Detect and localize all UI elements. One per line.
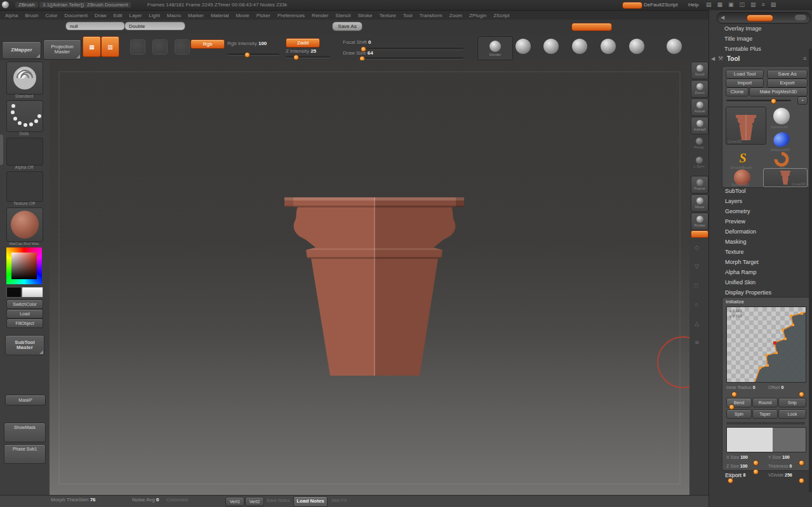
panel-scrollbar[interactable] — [809, 48, 812, 492]
canvas-viewport[interactable] — [50, 60, 689, 495]
panel-back-icon[interactable]: ◀ — [721, 15, 724, 20]
init-slider-b[interactable]: Offset 0 — [768, 385, 783, 390]
export-button[interactable]: Export — [767, 79, 808, 88]
init-knob[interactable] — [799, 392, 804, 397]
axis-icon[interactable]: □ — [695, 282, 698, 289]
section-geometry[interactable]: Geometry — [725, 208, 750, 214]
rgb-intensity-knob[interactable] — [244, 52, 250, 58]
recent-tool-ellipsoid[interactable] — [771, 130, 792, 150]
shelf-sphere-button[interactable] — [516, 39, 531, 54]
shelf-sphere-button[interactable] — [601, 39, 616, 54]
panel-menu-turntable-plus[interactable]: Turntable Plus — [724, 46, 761, 52]
z-intensity-knob[interactable] — [293, 55, 299, 60]
section-export[interactable]: Export — [725, 472, 742, 478]
axis-icon[interactable]: ◇ — [695, 244, 699, 251]
window-icon[interactable]: ≡ — [762, 1, 765, 8]
section-unified-skin[interactable]: Unified Skin — [725, 279, 755, 286]
panel-collapse-arrow[interactable]: ◀ — [711, 56, 715, 62]
init-knob[interactable] — [799, 478, 804, 484]
menu-item-render[interactable]: Render — [312, 13, 328, 18]
axis-icon[interactable]: △ — [695, 320, 699, 327]
section-alpha-ramp[interactable]: Alpha Ramp — [725, 269, 757, 275]
init-slider-a[interactable]: Inner Radius 0 — [726, 385, 755, 390]
window-icon[interactable]: ▤ — [706, 1, 712, 8]
macro-button-1[interactable]: MaskP — [5, 395, 46, 405]
selected-tool-thumbnail[interactable]: Cone3D — [763, 168, 808, 187]
thickness-slider[interactable]: Thickness 0 — [768, 464, 792, 468]
section-preview[interactable]: Preview — [725, 218, 745, 225]
menu-item-stencil[interactable]: Stencil — [335, 13, 350, 18]
focal-shift-slider[interactable] — [361, 48, 463, 49]
tool-palette-menu-icon[interactable]: ≡ — [803, 55, 806, 62]
subtool-master-button[interactable]: SubTool Master — [5, 335, 44, 355]
vdivide-slider[interactable]: VDivide 256 — [768, 473, 792, 477]
inventory-slider[interactable] — [726, 100, 791, 102]
main-color-swatch[interactable] — [6, 287, 22, 298]
record-indicator[interactable] — [622, 2, 642, 9]
zadd-button[interactable]: Zadd — [286, 38, 320, 48]
menu-item-color[interactable]: Color — [45, 13, 57, 18]
clone-button[interactable]: Clone — [726, 88, 749, 96]
vert2-button[interactable]: Vert2 — [245, 497, 264, 506]
recent-tool-sphere3d[interactable] — [773, 108, 790, 124]
section-texture[interactable]: Texture — [725, 249, 744, 255]
left-edge-tab[interactable] — [0, 135, 3, 165]
switch-color-button[interactable]: SwitchColor — [6, 300, 43, 309]
shelf-sphere-button[interactable] — [629, 39, 644, 54]
persp-button[interactable]: Persp — [691, 138, 707, 153]
current-brush-thumbnail[interactable] — [6, 62, 43, 95]
init-knob[interactable] — [753, 469, 759, 475]
init-knob[interactable] — [728, 478, 733, 484]
rgb-button[interactable]: Rgb — [190, 39, 225, 49]
menu-item-texture[interactable]: Texture — [380, 13, 396, 18]
menu-item-zplugin[interactable]: ZPlugin — [469, 13, 486, 18]
secondary-color-swatch[interactable] — [22, 287, 43, 298]
menu-item-edit[interactable]: Edit — [114, 13, 123, 18]
zoom-button[interactable]: Zoom — [691, 80, 709, 98]
save-as-tool-button[interactable]: Save As — [767, 70, 808, 79]
divider-button[interactable]: Divider — [477, 36, 513, 60]
inventory-slider-knob[interactable] — [771, 98, 776, 104]
init-button-round[interactable]: Round — [752, 398, 778, 407]
panel-menu-title-image[interactable]: Title Image — [724, 36, 752, 42]
macro-button-3[interactable]: Phase Sub1 — [4, 444, 46, 464]
color-picker[interactable] — [6, 247, 42, 284]
init-knob[interactable] — [753, 460, 759, 466]
quick-field-1[interactable]: null — [65, 22, 125, 30]
vert1-button[interactable]: Vert1 — [225, 497, 244, 506]
menu-item-tool[interactable]: Tool — [403, 13, 413, 18]
init-knob[interactable] — [799, 460, 804, 466]
menu-item-light[interactable]: Light — [149, 13, 159, 18]
menu-item-document[interactable]: Document — [65, 13, 88, 18]
z-intensity-slider[interactable] — [286, 56, 330, 58]
menu-item-movie[interactable]: Movie — [236, 13, 249, 18]
current-alpha-thumbnail[interactable] — [6, 138, 43, 166]
window-icon[interactable]: ▦ — [717, 1, 723, 8]
ghost-mode-button[interactable] — [152, 39, 168, 55]
window-icon[interactable]: ▨ — [771, 1, 776, 8]
shelf-toggle-left[interactable]: ▦ — [83, 36, 101, 57]
aahalf-button[interactable]: AAHalf — [691, 117, 709, 135]
shelf-sphere-button[interactable] — [572, 39, 587, 54]
recent-tool-simplebrush[interactable]: S — [734, 150, 752, 166]
quickbar-orange-button[interactable] — [571, 23, 612, 31]
frame-button[interactable]: Frame — [691, 176, 709, 194]
ghost-mode-button[interactable] — [130, 39, 145, 55]
tool-palette-header[interactable]: Tool — [727, 55, 740, 62]
menu-item-zscript[interactable]: ZScript — [493, 13, 509, 18]
panel-orange-button[interactable] — [747, 15, 773, 22]
section-subtool[interactable]: SubTool — [725, 188, 746, 194]
menu-item-draw[interactable]: Draw — [95, 13, 107, 18]
section-masking[interactable]: Masking — [725, 239, 747, 245]
menu-item-macro[interactable]: Macro — [167, 13, 181, 18]
section-layers[interactable]: Layers — [725, 198, 742, 204]
make-polymesh3d-button[interactable]: Make PolyMesh3D — [749, 88, 808, 96]
section-deformation[interactable]: Deformation — [725, 228, 756, 235]
init-button-spin[interactable]: Spin — [726, 409, 752, 419]
z-size-slider[interactable]: Z Size 100 — [726, 464, 747, 468]
menu-item-alpha[interactable]: Alpha — [5, 13, 18, 18]
quick-field-2[interactable]: Double — [124, 22, 185, 30]
menu-item-marker[interactable]: Marker — [188, 13, 204, 18]
init-button-taper[interactable]: Taper — [752, 409, 778, 419]
axis-icon[interactable]: ○ — [695, 301, 698, 308]
